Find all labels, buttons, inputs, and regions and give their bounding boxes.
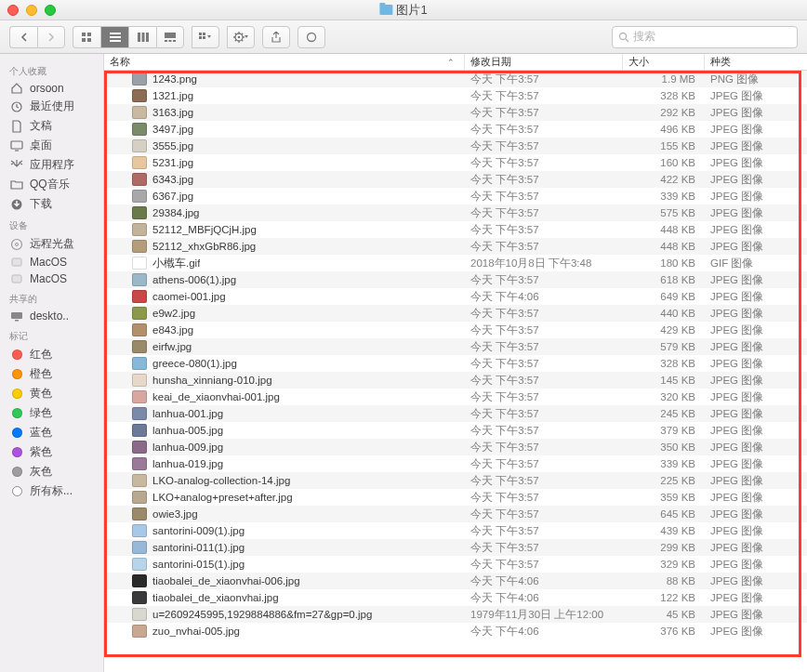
file-date: 今天 下午3:57	[465, 123, 623, 137]
file-list[interactable]: 1243.png今天 下午3:571.9 MBPNG 图像1321.jpg今天 …	[104, 71, 807, 672]
file-row[interactable]: tiaobalei_de_xiaonvhai.jpg今天 下午4:06122 K…	[104, 589, 807, 606]
file-thumb-icon	[132, 173, 147, 186]
sidebar-item[interactable]: 下载	[0, 194, 103, 214]
file-row[interactable]: 6367.jpg今天 下午3:57339 KBJPEG 图像	[104, 188, 807, 204]
file-size: 320 KB	[623, 391, 705, 402]
sidebar-item[interactable]: 黄色	[0, 384, 103, 403]
file-row[interactable]: 1243.png今天 下午3:571.9 MBPNG 图像	[104, 71, 807, 87]
file-row[interactable]: caomei-001.jpg今天 下午4:06649 KBJPEG 图像	[104, 288, 807, 305]
col-name-header[interactable]: 名称⌃	[104, 54, 465, 70]
gallery-view-button[interactable]	[156, 26, 184, 48]
file-row[interactable]: eirfw.jpg今天 下午3:57579 KBJPEG 图像	[104, 338, 807, 355]
file-size: 350 KB	[623, 441, 705, 453]
file-date: 今天 下午3:57	[465, 240, 623, 254]
sidebar-item[interactable]: deskto..	[0, 308, 103, 324]
tag-icon	[9, 349, 24, 362]
sidebar-item[interactable]: 所有标...	[0, 481, 103, 501]
file-size: 1.9 MB	[623, 73, 705, 85]
file-row[interactable]: e9w2.jpg今天 下午3:57440 KBJPEG 图像	[104, 305, 807, 322]
file-thumb-icon	[132, 524, 147, 537]
file-row[interactable]: lanhua-009.jpg今天 下午3:57350 KBJPEG 图像	[104, 439, 807, 455]
arrange-button[interactable]	[192, 26, 219, 48]
sidebar-item[interactable]: 紫色	[0, 442, 103, 462]
file-name: 29384.jpg	[152, 207, 200, 218]
sidebar-item[interactable]: MacOS	[0, 254, 103, 270]
file-kind: JPEG 图像	[705, 323, 807, 337]
file-kind: JPEG 图像	[705, 390, 807, 404]
sidebar-item[interactable]: 灰色	[0, 462, 103, 481]
file-row[interactable]: LKO-analog-collection-14.jpg今天 下午3:57225…	[104, 472, 807, 489]
sidebar-item[interactable]: QQ音乐	[0, 175, 103, 194]
file-name: tiaobalei_de_xiaonvhai-006.jpg	[152, 575, 300, 586]
file-row[interactable]: 6343.jpg今天 下午3:57422 KBJPEG 图像	[104, 171, 807, 188]
sidebar-item[interactable]: 橙色	[0, 364, 103, 384]
file-row[interactable]: 5231.jpg今天 下午3:57160 KBJPEG 图像	[104, 154, 807, 171]
close-icon[interactable]	[7, 5, 19, 16]
file-row[interactable]: athens-006(1).jpg今天 下午3:57618 KBJPEG 图像	[104, 271, 807, 288]
file-name: caomei-001.jpg	[152, 291, 226, 302]
file-row[interactable]: LKO+analog+preset+after.jpg今天 下午3:57359 …	[104, 489, 807, 506]
file-name: greece-080(1).jpg	[152, 358, 237, 369]
file-row[interactable]: tiaobalei_de_xiaonvhai-006.jpg今天 下午4:068…	[104, 573, 807, 589]
sidebar-item[interactable]: 应用程序	[0, 155, 103, 175]
sidebar-item[interactable]: 红色	[0, 345, 103, 364]
file-row[interactable]: lanhua-019.jpg今天 下午3:57339 KBJPEG 图像	[104, 455, 807, 472]
file-row[interactable]: 小橶车.gif2018年10月8日 下午3:48180 KBGIF 图像	[104, 255, 807, 271]
sidebar-item[interactable]: MacOS	[0, 270, 103, 287]
file-row[interactable]: lanhua-001.jpg今天 下午3:57245 KBJPEG 图像	[104, 405, 807, 422]
sidebar-item[interactable]: orsoon	[0, 80, 103, 97]
file-row[interactable]: greece-080(1).jpg今天 下午3:57328 KBJPEG 图像	[104, 355, 807, 372]
file-row[interactable]: lanhua-005.jpg今天 下午3:57379 KBJPEG 图像	[104, 422, 807, 439]
file-row[interactable]: 52112_MBFjQCjH.jpg今天 下午3:57448 KBJPEG 图像	[104, 221, 807, 238]
file-row[interactable]: keai_de_xiaonvhai-001.jpg今天 下午3:57320 KB…	[104, 389, 807, 405]
file-row[interactable]: santorini-015(1).jpg今天 下午3:57329 KBJPEG …	[104, 556, 807, 573]
file-row[interactable]: zuo_nvhai-005.jpg今天 下午4:06376 KBJPEG 图像	[104, 623, 807, 639]
file-row[interactable]: 3163.jpg今天 下午3:57292 KBJPEG 图像	[104, 104, 807, 121]
sidebar-item[interactable]: 最近使用	[0, 97, 103, 116]
svg-rect-10	[165, 33, 176, 38]
file-thumb-icon	[132, 240, 147, 253]
file-row[interactable]: santorini-009(1).jpg今天 下午3:57439 KBJPEG …	[104, 522, 807, 539]
file-name: lanhua-005.jpg	[152, 425, 223, 436]
search-input[interactable]: 搜索	[612, 26, 798, 48]
tags-button[interactable]	[298, 26, 325, 48]
file-date: 今天 下午3:57	[465, 407, 623, 421]
action-button[interactable]	[227, 26, 255, 48]
file-row[interactable]: 29384.jpg今天 下午3:57575 KBJPEG 图像	[104, 204, 807, 221]
col-size-header[interactable]: 大小	[623, 54, 705, 70]
maximize-icon[interactable]	[45, 5, 56, 16]
column-view-button[interactable]	[128, 26, 156, 48]
list-view-button[interactable]	[100, 26, 128, 48]
sidebar-item-label: 文稿	[30, 118, 52, 134]
forward-button[interactable]	[37, 26, 65, 48]
icon-view-button[interactable]	[73, 26, 100, 48]
file-row[interactable]: santorini-011(1).jpg今天 下午3:57299 KBJPEG …	[104, 539, 807, 556]
file-row[interactable]: 3555.jpg今天 下午3:57155 KBJPEG 图像	[104, 138, 807, 154]
share-button[interactable]	[262, 26, 290, 48]
file-date: 今天 下午3:57	[465, 507, 623, 521]
svg-rect-11	[165, 40, 167, 42]
sidebar-item[interactable]: 蓝色	[0, 423, 103, 442]
file-row[interactable]: u=2609245995,1929884886&fm=27&gp=0.jpg19…	[104, 606, 807, 623]
sidebar-item[interactable]: 绿色	[0, 403, 103, 423]
back-button[interactable]	[9, 26, 37, 48]
file-row[interactable]: 3497.jpg今天 下午3:57496 KBJPEG 图像	[104, 121, 807, 138]
col-date-header[interactable]: 修改日期	[465, 54, 623, 70]
file-row[interactable]: owie3.jpg今天 下午3:57645 KBJPEG 图像	[104, 506, 807, 522]
svg-point-20	[308, 33, 316, 41]
col-kind-header[interactable]: 种类	[705, 54, 807, 70]
svg-rect-9	[146, 33, 149, 42]
file-kind: PNG 图像	[705, 72, 807, 86]
sidebar-item[interactable]: 远程光盘	[0, 234, 103, 254]
sidebar-item[interactable]: 文稿	[0, 116, 103, 136]
file-size: 618 KB	[623, 274, 705, 285]
file-row[interactable]: e843.jpg今天 下午3:57429 KBJPEG 图像	[104, 322, 807, 338]
tag-icon	[9, 407, 24, 420]
file-row[interactable]: 52112_xhxGbR86.jpg今天 下午3:57448 KBJPEG 图像	[104, 238, 807, 255]
minimize-icon[interactable]	[26, 5, 37, 16]
file-kind: JPEG 图像	[705, 541, 807, 555]
sidebar-item[interactable]: 桌面	[0, 136, 103, 155]
file-row[interactable]: hunsha_xinniang-010.jpg今天 下午3:57145 KBJP…	[104, 372, 807, 389]
file-row[interactable]: 1321.jpg今天 下午3:57328 KBJPEG 图像	[104, 87, 807, 104]
computer-icon	[9, 310, 24, 323]
